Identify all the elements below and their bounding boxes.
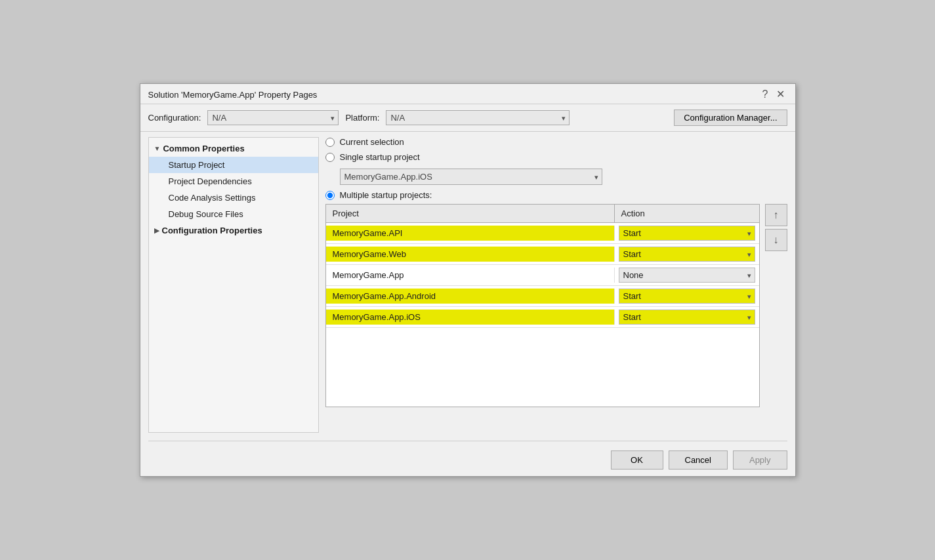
common-properties-collapse-icon: ▼ bbox=[154, 145, 161, 152]
cancel-button[interactable]: Cancel bbox=[669, 450, 728, 470]
table-body: MemoryGame.API Start None Start without … bbox=[326, 223, 759, 407]
footer-divider bbox=[148, 441, 787, 441]
configuration-properties-section: ▶ Configuration Properties bbox=[149, 222, 318, 239]
config-bar: Configuration: N/A Platform: N/A Configu… bbox=[140, 104, 795, 132]
configuration-properties-label: Configuration Properties bbox=[162, 226, 262, 235]
action-select-android[interactable]: Start None Start without debugging bbox=[619, 289, 755, 304]
move-buttons: ↑ ↓ bbox=[765, 204, 787, 251]
radio-multiple-startup-row: Multiple startup projects: bbox=[325, 190, 787, 200]
radio-single-startup[interactable] bbox=[325, 153, 335, 162]
project-cell-web: MemoryGame.Web bbox=[326, 247, 615, 262]
configuration-manager-button[interactable]: Configuration Manager... bbox=[674, 110, 787, 126]
platform-select-wrapper[interactable]: N/A bbox=[386, 110, 570, 125]
table-section: Project Action MemoryGame.API bbox=[325, 204, 787, 407]
single-project-dropdown-wrapper[interactable]: MemoryGame.App.iOS bbox=[340, 169, 602, 185]
footer: OK Cancel Apply bbox=[140, 444, 795, 476]
project-cell-app: MemoryGame.App bbox=[326, 268, 615, 283]
radio-group: Current selection Single startup project… bbox=[325, 137, 787, 407]
table-row: MemoryGame.API Start None Start without … bbox=[326, 223, 759, 244]
configuration-label: Configuration: bbox=[148, 113, 201, 123]
action-cell-android[interactable]: Start None Start without debugging bbox=[615, 287, 759, 305]
radio-single-startup-label[interactable]: Single startup project bbox=[340, 152, 420, 162]
platform-label: Platform: bbox=[345, 113, 379, 123]
table-empty-space bbox=[326, 328, 759, 407]
single-project-select[interactable]: MemoryGame.App.iOS bbox=[340, 169, 602, 185]
dialog-title: Solution 'MemoryGame.App' Property Pages bbox=[148, 90, 318, 100]
table-row: MemoryGame.App.Android Start None Start … bbox=[326, 286, 759, 307]
table-row: MemoryGame.App None Start Start without … bbox=[326, 265, 759, 286]
platform-select[interactable]: N/A bbox=[386, 110, 570, 125]
property-pages-dialog: Solution 'MemoryGame.App' Property Pages… bbox=[140, 83, 796, 477]
action-select-web[interactable]: Start None Start without debugging bbox=[619, 247, 755, 262]
single-project-select-wrapper[interactable]: MemoryGame.App.iOS bbox=[340, 169, 787, 185]
common-properties-section: ▼ Common Properties Startup Project Proj… bbox=[149, 140, 318, 222]
configuration-properties-header[interactable]: ▶ Configuration Properties bbox=[149, 222, 318, 239]
multiple-startup-section: Multiple startup projects: Project Actio… bbox=[325, 190, 787, 407]
table-header: Project Action bbox=[326, 205, 759, 223]
table-row: MemoryGame.Web Start None Start without … bbox=[326, 244, 759, 265]
sidebar-item-debug-source-files[interactable]: Debug Source Files bbox=[149, 206, 318, 222]
sidebar-item-startup-project[interactable]: Startup Project bbox=[149, 157, 318, 173]
content-area: Current selection Single startup project… bbox=[325, 137, 787, 433]
radio-multiple-startup-label[interactable]: Multiple startup projects: bbox=[340, 190, 432, 200]
col-header-action: Action bbox=[615, 205, 759, 222]
action-cell-ios[interactable]: Start None Start without debugging bbox=[615, 308, 759, 326]
radio-current-selection-row: Current selection bbox=[325, 137, 787, 147]
radio-current-selection[interactable] bbox=[325, 138, 335, 147]
action-select-ios[interactable]: Start None Start without debugging bbox=[619, 310, 755, 325]
action-cell-web[interactable]: Start None Start without debugging bbox=[615, 245, 759, 263]
title-bar: Solution 'MemoryGame.App' Property Pages… bbox=[140, 84, 795, 104]
radio-current-selection-label[interactable]: Current selection bbox=[340, 137, 404, 147]
move-down-button[interactable]: ↓ bbox=[765, 229, 787, 251]
radio-multiple-startup[interactable] bbox=[325, 191, 335, 200]
table-row: MemoryGame.App.iOS Start None Start with… bbox=[326, 307, 759, 328]
configuration-select[interactable]: N/A bbox=[207, 110, 339, 125]
action-cell-app[interactable]: None Start Start without debugging bbox=[615, 266, 759, 284]
configuration-select-wrapper[interactable]: N/A bbox=[207, 110, 339, 125]
action-select-api[interactable]: Start None Start without debugging bbox=[619, 226, 755, 241]
title-bar-buttons: ? ✕ bbox=[760, 89, 787, 100]
project-cell-ios: MemoryGame.App.iOS bbox=[326, 310, 615, 325]
project-cell-android: MemoryGame.App.Android bbox=[326, 289, 615, 304]
common-properties-label: Common Properties bbox=[163, 144, 244, 153]
project-cell-api: MemoryGame.API bbox=[326, 226, 615, 241]
action-select-app[interactable]: None Start Start without debugging bbox=[619, 268, 755, 283]
action-cell-api[interactable]: Start None Start without debugging bbox=[615, 224, 759, 242]
common-properties-header[interactable]: ▼ Common Properties bbox=[149, 140, 318, 157]
sidebar: ▼ Common Properties Startup Project Proj… bbox=[148, 137, 319, 433]
help-button[interactable]: ? bbox=[760, 89, 771, 100]
col-header-project: Project bbox=[326, 205, 615, 222]
sidebar-item-project-dependencies[interactable]: Project Dependencies bbox=[149, 173, 318, 190]
move-up-button[interactable]: ↑ bbox=[765, 204, 787, 226]
main-area: ▼ Common Properties Startup Project Proj… bbox=[140, 132, 795, 438]
projects-table: Project Action MemoryGame.API bbox=[325, 204, 760, 407]
radio-single-startup-row: Single startup project bbox=[325, 152, 787, 162]
close-button[interactable]: ✕ bbox=[774, 89, 787, 100]
apply-button[interactable]: Apply bbox=[733, 450, 787, 470]
ok-button[interactable]: OK bbox=[611, 450, 663, 470]
configuration-properties-expand-icon: ▶ bbox=[154, 227, 159, 234]
sidebar-item-code-analysis-settings[interactable]: Code Analysis Settings bbox=[149, 190, 318, 206]
